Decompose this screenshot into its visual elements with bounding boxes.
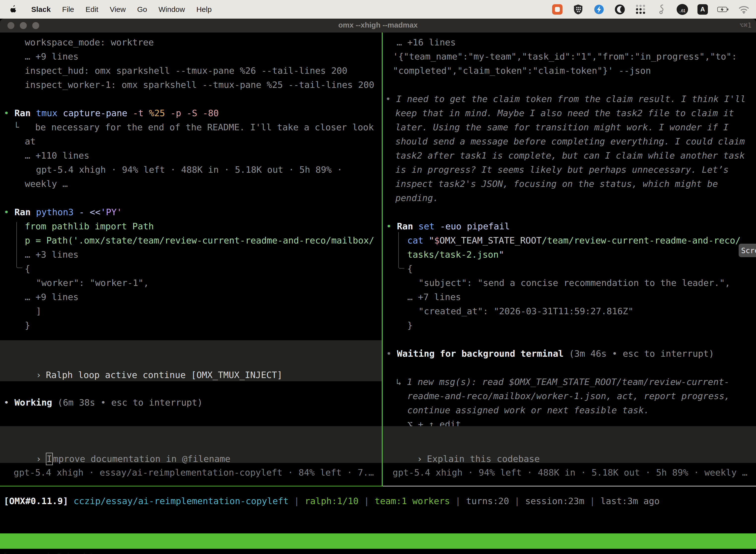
- pinwheel-icon[interactable]: [593, 4, 605, 15]
- terminal-text-segment: from pathlib import Path: [25, 221, 154, 231]
- model-status-left: gpt-5.4 xhigh · essay/ai-reimplementatio…: [14, 465, 374, 480]
- output-connector: [16, 222, 22, 268]
- terminal-text-segment: |: [359, 496, 375, 506]
- terminal-line: • Ran tmux capture-pane -t %25 -p -S -80: [4, 106, 219, 120]
- prompt-chevron: ›: [417, 452, 427, 466]
- terminal-line: • Ran set -euo pipefail: [386, 219, 510, 233]
- dots-grid-icon[interactable]: [635, 4, 646, 15]
- terminal-text-segment: •: [386, 348, 397, 359]
- menu-go[interactable]: Go: [137, 5, 147, 14]
- terminal-text-segment: |: [289, 496, 305, 506]
- terminal-text-segment: ↳ 1 new msg(s): read $OMX_TEAM_STATE_ROO…: [396, 377, 730, 387]
- terminal-text-segment: inspect_worker-1: omx sparkshell --tmux-…: [25, 80, 374, 90]
- menu-app-name[interactable]: Slack: [31, 5, 51, 14]
- terminal-line: inspect_worker-1: omx sparkshell --tmux-…: [25, 78, 374, 92]
- grid-shield-icon[interactable]: [572, 4, 584, 15]
- omx-session-status: [OMX#0.11.9] cczip/essay/ai-reimplementa…: [4, 494, 659, 508]
- terminal-text-segment: cat: [407, 235, 423, 245]
- terminal-text-segment: task2 after task1 is complete, but can I…: [395, 151, 745, 161]
- terminal-text-segment: /team/review-current-readme-and-reco/: [542, 235, 741, 245]
- moon-app-icon[interactable]: [614, 4, 626, 15]
- pane-border-inactive: [383, 486, 756, 487]
- terminal-text-segment: [OMX#0.11.9]: [4, 496, 68, 506]
- terminal-text-segment: continue assigned work or next feasible …: [407, 405, 649, 415]
- menu-window[interactable]: Window: [159, 5, 185, 14]
- terminal-line: … +16 lines: [397, 35, 456, 49]
- menu-edit[interactable]: Edit: [85, 5, 99, 14]
- terminal-text-segment: team:1 workers: [375, 496, 450, 506]
- terminal-line: should send a message before completing …: [395, 134, 745, 149]
- terminal-pane-left[interactable]: workspace_mode: worktree… +9 linesinspec…: [0, 33, 382, 486]
- terminal-text-segment: Working: [14, 397, 52, 407]
- ralph-loop-text: Ralph loop active continue [OMX_TMUX_INJ…: [46, 370, 282, 380]
- terminal-text-segment: ": [499, 250, 504, 260]
- tmux-status-bar[interactable]: [omx-cczip0:bash* "MacBook-Pro-44.local"…: [0, 534, 756, 549]
- terminal-line: • Waiting for background terminal (3m 46…: [386, 346, 714, 361]
- terminal-text-segment: [68, 496, 74, 506]
- prompt-input-left[interactable]: ›Improve documentation in @filename: [0, 426, 382, 463]
- menu-view[interactable]: View: [110, 5, 126, 14]
- terminal-line: tasks/task-2.json": [407, 247, 504, 262]
- wifi-icon[interactable]: [738, 4, 750, 15]
- screen: Slack File Edit View Go Window Help: [0, 0, 756, 554]
- terminal-text-segment: weekly …: [25, 179, 68, 189]
- screen-share-overlay[interactable]: Scre: [739, 244, 756, 257]
- input-placeholder: mprove documentation in @filename: [53, 454, 231, 464]
- terminal-text-segment: Ran: [14, 108, 30, 118]
- a-app-icon[interactable]: A: [697, 4, 708, 15]
- terminal-text-segment: python3: [36, 207, 74, 217]
- terminal-line: '{"team_name":"my-team","task_id":"1","f…: [393, 49, 737, 63]
- terminal-line: … +3 lines: [25, 247, 79, 262]
- window-title-bar[interactable]: omx --xhigh --madmax ⌥⌘1: [0, 19, 756, 33]
- terminal-text-segment: pending.: [395, 193, 438, 203]
- terminal-text-segment: readme-and-reco/mailbox/worker-1.json, a…: [407, 391, 730, 401]
- terminal-text-segment: └ be necessary for the end of the README…: [14, 122, 374, 132]
- terminal-line: cat "$OMX_TEAM_STATE_ROOT/team/review-cu…: [407, 233, 741, 247]
- terminal-text-segment: p = Path('.omx/state/team/review-current…: [25, 235, 374, 245]
- menu-file[interactable]: File: [62, 5, 74, 14]
- terminal-line: {: [407, 262, 413, 276]
- terminal-line: "worker": "worker-1",: [36, 276, 149, 290]
- terminal-text-segment: keep that in mind. Maybe I also need the…: [395, 108, 734, 118]
- terminal-text-segment: -t: [127, 108, 144, 118]
- terminal-text-segment: - <<: [74, 207, 101, 217]
- terminal-pane-right[interactable]: … +16 lines'{"team_name":"my-team","task…: [382, 33, 756, 486]
- terminal-text-segment: … +7 lines: [407, 292, 461, 302]
- pane-border-active: [0, 486, 382, 487]
- pane-divider[interactable]: [382, 33, 383, 487]
- apple-icon[interactable]: [8, 4, 20, 15]
- terminal-text-segment: capture-pane: [58, 108, 127, 118]
- menu-bar: Slack File Edit View Go Window Help: [0, 0, 756, 19]
- battery-icon[interactable]: [717, 4, 729, 15]
- percent-badge-icon[interactable]: ..61: [677, 4, 688, 15]
- terminal-text-segment: … +110 lines: [25, 151, 89, 161]
- terminal-text-segment: %25: [144, 108, 165, 118]
- terminal-line: continue assigned work or next feasible …: [407, 403, 649, 417]
- input-placeholder: Explain this codebase: [427, 454, 540, 464]
- tmux-session-name: [omx-cczip0:bash*: [2, 549, 94, 554]
- terminal-text-segment: gpt-5.4 xhigh · 94% left · 488K in · 5.1…: [36, 165, 342, 175]
- terminal-text-segment: … +9 lines: [25, 51, 79, 62]
- terminal-text-segment: cczip/essay/ai-reimplementation-copyleft: [74, 496, 289, 506]
- terminal-text-segment: … +9 lines: [25, 292, 79, 302]
- terminal-line: p = Path('.omx/state/team/review-current…: [25, 233, 374, 247]
- terminal-text-segment: should send a message before completing …: [395, 136, 745, 147]
- terminal-text-segment: |: [509, 496, 525, 506]
- terminal-line: task2 after task1 is complete, but can I…: [395, 149, 745, 163]
- text-cursor: I: [46, 453, 53, 465]
- terminal-text-segment: {: [25, 264, 30, 274]
- chat-app-icon[interactable]: [552, 4, 563, 15]
- terminal-line: "completed","claim_token":"claim-token"}…: [393, 63, 651, 78]
- terminal-text-segment: set: [419, 221, 435, 231]
- terminal-text-segment: at: [25, 136, 36, 147]
- menu-help[interactable]: Help: [196, 5, 212, 14]
- hook-icon[interactable]: [656, 4, 667, 15]
- terminal-text-segment: last:3m ago: [601, 496, 659, 506]
- terminal-text-segment: -p -S -80: [165, 108, 219, 118]
- terminal-text-segment: •: [4, 207, 14, 217]
- terminal-text-segment: [413, 221, 419, 231]
- terminal-line: … +9 lines: [25, 49, 79, 63]
- terminal-line: "created_at": "2026-03-31T11:59:27.816Z": [419, 304, 633, 318]
- ralph-loop-band: ›Ralph loop active continue [OMX_TMUX_IN…: [0, 340, 382, 381]
- prompt-input-right[interactable]: ›Explain this codebase: [383, 426, 756, 463]
